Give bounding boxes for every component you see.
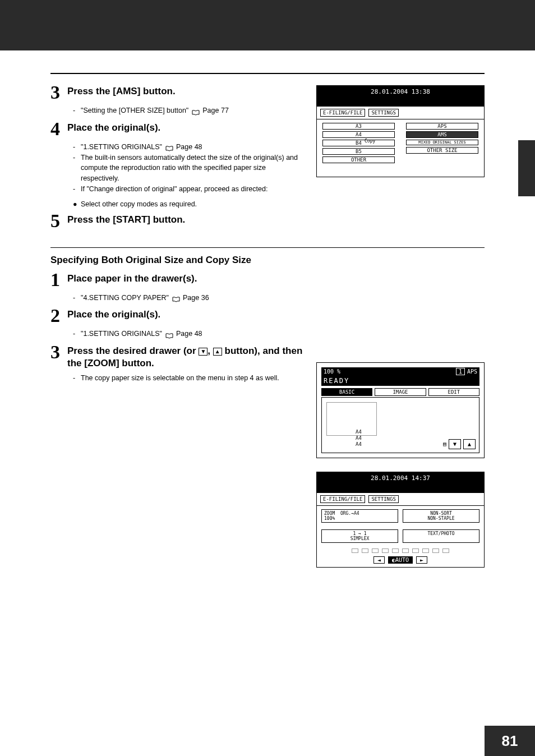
page-ref: Page 48 (176, 143, 202, 151)
step-number: 2 (50, 306, 67, 325)
book-icon (165, 331, 173, 337)
step-a4-bullet: ● Select other copy modes as required. (73, 200, 305, 208)
carousel-cell (372, 548, 379, 553)
page-ref: Page 48 (176, 330, 202, 338)
copy-count: 1 (456, 368, 465, 375)
tab-efiling[interactable]: E-FILING/FILE (320, 109, 365, 117)
step-title: Place the original(s). (67, 122, 305, 134)
size-a3[interactable]: A3 (322, 123, 395, 130)
mode-other-size[interactable]: OTHER SIZE (406, 147, 478, 154)
carousel-cell (432, 548, 439, 553)
drawer-down-button[interactable]: ▼ (449, 439, 461, 449)
step-number: 5 (50, 211, 67, 231)
lcd-datetime: 28.01.2004 14:37 (317, 472, 484, 484)
auto-label: AUTO (395, 557, 409, 563)
step-b3-row: 3 Press the desired drawer (or ▼, ▲ butt… (50, 345, 305, 370)
sub-text: The copy paper size is selectable on the… (81, 373, 305, 384)
step-a4-row: 4 Place the original(s). (50, 122, 305, 139)
book-icon (165, 144, 173, 150)
tray-2: A4 (356, 435, 362, 441)
dash: - (73, 142, 81, 153)
lcd-screenshot-ready: 100 % 1APS READY BASIC IMAGE EDIT A4 A4 (316, 362, 485, 458)
lcd-screenshot-zoom: 28.01.2004 14:37 E-FILING/FILE SETTINGS … (316, 472, 485, 568)
carousel-cell (402, 548, 409, 553)
step-a4-sub1: - "1.SETTING ORIGINALS" Page 48 (73, 142, 305, 153)
carousel-cell (352, 548, 358, 553)
auto-button[interactable]: ◐AUTO (388, 556, 413, 564)
mode-mixed[interactable]: MIXED ORIGINAL SIZES (406, 140, 478, 145)
size-b5[interactable]: B5 (322, 148, 395, 155)
book-icon (192, 108, 200, 114)
title-pre: Press the desired drawer (or (67, 345, 199, 356)
aps-indicator: APS (467, 368, 477, 375)
zoom-button[interactable]: ZOOM ORG.→A4 100% (321, 509, 398, 523)
zoom-pct: 100% (324, 516, 335, 521)
mode-button[interactable]: TEXT/PHOTO (403, 529, 479, 543)
carousel-cell (422, 548, 429, 553)
carousel-cell (442, 548, 449, 553)
carousel-cell (412, 548, 419, 553)
tab-basic[interactable]: BASIC (321, 388, 372, 396)
mode-ams[interactable]: AMS (406, 131, 478, 138)
step-b1-row: 1 Place paper in the drawer(s). (50, 273, 305, 289)
step-b2-sub1: - "1.SETTING ORIGINALS" Page 48 (73, 329, 305, 339)
zoom-label: ZOOM (324, 511, 335, 516)
sub-text: If "Change direction of original" appear… (81, 184, 305, 195)
sort-button[interactable]: NON-SORT NON-STAPLE (403, 509, 479, 523)
tab-image[interactable]: IMAGE (375, 388, 426, 396)
ref-text: "1.SETTING ORIGINALS" (81, 330, 162, 338)
carousel-cell (392, 548, 399, 553)
step-number: 3 (50, 83, 67, 102)
dash: - (73, 153, 81, 163)
tab-edit[interactable]: EDIT (428, 388, 479, 396)
lcd-screenshot-paper-select: 28.01.2004 13:38 E-FILING/FILE SETTINGS … (316, 85, 485, 177)
step-number: 1 (50, 270, 67, 289)
tray-1: A4 (356, 429, 362, 435)
page-content: 3 Press the [AMS] button. - "Setting the… (0, 50, 535, 581)
page-ref: Page 77 (202, 107, 229, 114)
size-b4[interactable]: B4 (322, 140, 395, 146)
sub-text: The built-in sensors automatically detec… (81, 153, 305, 184)
copy-icon-label: Copy (365, 139, 375, 144)
ref-text: "1.SETTING ORIGINALS" (81, 143, 162, 151)
simplex-button[interactable]: 1 → 1 SIMPLEX (321, 529, 398, 543)
bullet-icon: ● (73, 200, 81, 208)
header-dark-band (0, 0, 535, 50)
step-a5-row: 5 Press the [START] button. (50, 214, 305, 231)
section-heading: Specifying Both Original Size and Copy S… (50, 255, 485, 266)
mode-aps[interactable]: APS (406, 123, 478, 130)
step-number: 4 (50, 119, 67, 139)
next-button[interactable]: ► (416, 556, 427, 564)
step-a4-sub2: - The built-in sensors automatically det… (73, 153, 305, 184)
side-chapter-tab (518, 140, 535, 196)
dash: - (73, 373, 81, 384)
step-title: Press the [AMS] button. (67, 85, 305, 98)
zoom-org: ORG.→A4 (340, 511, 359, 516)
carousel-cell (362, 548, 368, 553)
tray-3: A4 (356, 441, 362, 448)
tab-settings[interactable]: SETTINGS (368, 109, 398, 117)
ref-text: "Setting the [OTHER SIZE] button" (81, 107, 188, 114)
ref-text: "4.SETTING COPY PAPER" (81, 294, 169, 302)
size-a4[interactable]: A4 (322, 131, 395, 138)
tab-settings[interactable]: SETTINGS (368, 495, 398, 503)
size-other[interactable]: OTHER (322, 156, 395, 163)
dash: - (73, 184, 81, 195)
top-rule (50, 73, 485, 74)
step-title: Press the [START] button. (67, 214, 305, 226)
carousel-cell (382, 548, 389, 553)
prev-button[interactable]: ◄ (373, 556, 385, 564)
lcd-datetime: 28.01.2004 13:38 (317, 86, 484, 98)
page-number-badge: 81 (485, 726, 535, 756)
down-arrow-icon: ▼ (199, 348, 207, 356)
page-number: 81 (502, 732, 518, 750)
book-icon (172, 295, 180, 301)
section-rule (50, 247, 485, 248)
dash: - (73, 329, 81, 339)
tab-efiling[interactable]: E-FILING/FILE (320, 495, 365, 503)
drawer-up-button[interactable]: ▲ (463, 439, 476, 449)
step-number: 3 (50, 343, 67, 362)
copier-diagram-icon (326, 402, 377, 436)
step-b2-row: 2 Place the original(s). (50, 308, 305, 325)
step-title: Press the desired drawer (or ▼, ▲ button… (67, 345, 305, 370)
